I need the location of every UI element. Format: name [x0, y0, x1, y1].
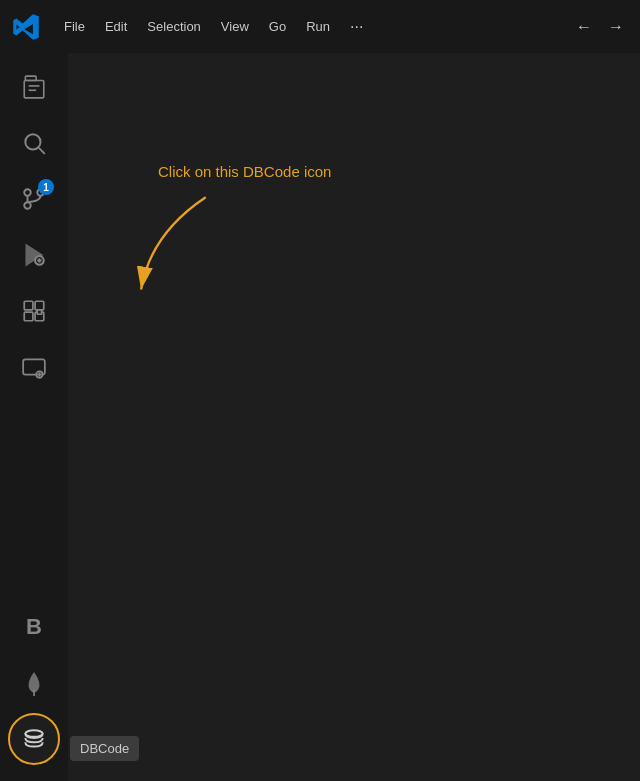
- annotation-text: Click on this DBCode icon: [158, 163, 331, 180]
- activity-bar: 1: [0, 53, 68, 781]
- nav-buttons: ← →: [572, 14, 628, 40]
- sidebar-item-explorer[interactable]: [8, 61, 60, 113]
- source-control-badge: 1: [38, 179, 54, 195]
- menu-go[interactable]: Go: [261, 15, 294, 38]
- menu-file[interactable]: File: [56, 15, 93, 38]
- main-layout: 1: [0, 53, 640, 781]
- sidebar-item-blackbox[interactable]: B: [8, 601, 60, 653]
- svg-rect-18: [37, 310, 41, 314]
- vscode-logo: [12, 13, 40, 41]
- sidebar-item-remote-explorer[interactable]: [8, 341, 60, 393]
- sidebar-item-extensions[interactable]: [8, 285, 60, 337]
- annotation-overlay: Click on this DBCode icon: [118, 163, 331, 312]
- activity-bar-bottom: B DBCode: [8, 601, 60, 765]
- svg-rect-14: [24, 301, 33, 310]
- menu-view[interactable]: View: [213, 15, 257, 38]
- nav-forward[interactable]: →: [604, 14, 628, 40]
- menu-bar: File Edit Selection View Go Run ···: [56, 14, 371, 40]
- svg-point-6: [24, 189, 31, 196]
- menu-edit[interactable]: Edit: [97, 15, 135, 38]
- nav-back[interactable]: ←: [572, 14, 596, 40]
- titlebar: File Edit Selection View Go Run ··· ← →: [0, 0, 640, 53]
- svg-rect-1: [24, 81, 44, 98]
- sidebar-item-run-debug[interactable]: [8, 229, 60, 281]
- svg-rect-16: [24, 312, 33, 321]
- svg-point-7: [24, 202, 31, 209]
- dbcode-icon: [21, 726, 47, 752]
- menu-more[interactable]: ···: [342, 14, 371, 40]
- menu-run[interactable]: Run: [298, 15, 338, 38]
- sidebar-item-dbcode[interactable]: DBCode: [8, 713, 60, 765]
- sidebar-item-mongodb[interactable]: [8, 657, 60, 709]
- annotation-arrow: [118, 188, 238, 308]
- sidebar-item-search[interactable]: [8, 117, 60, 169]
- svg-rect-15: [35, 301, 44, 310]
- svg-line-5: [39, 148, 45, 154]
- activity-bar-top: 1: [8, 61, 60, 601]
- svg-point-24: [25, 730, 42, 737]
- svg-point-4: [25, 134, 40, 149]
- sidebar-item-source-control[interactable]: 1: [8, 173, 60, 225]
- menu-selection[interactable]: Selection: [139, 15, 208, 38]
- editor-area: Click on this DBCode icon: [68, 53, 640, 781]
